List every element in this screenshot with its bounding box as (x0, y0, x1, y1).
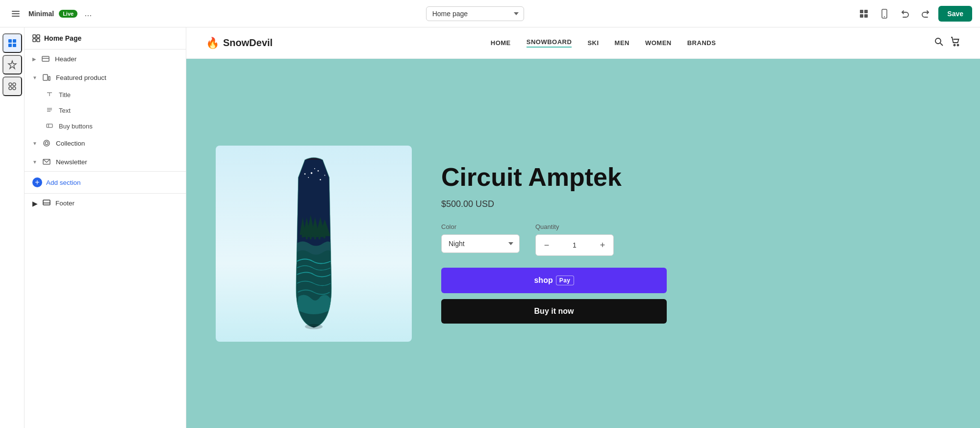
add-section-button[interactable]: + Add section (25, 171, 186, 194)
svg-rect-60 (319, 235, 321, 239)
svg-rect-19 (33, 39, 36, 42)
quantity-value: 1 (557, 241, 592, 249)
topbar-center: Home page About Products (100, 6, 850, 21)
svg-point-42 (311, 172, 313, 174)
svg-rect-56 (302, 234, 304, 237)
svg-point-43 (318, 170, 319, 172)
nav-brands[interactable]: BRANDS (687, 39, 716, 47)
logo-icon: 🔥 (206, 37, 219, 50)
canvas: 🔥 SnowDevil HOME SNOWBOARD SKI MEN WOMEN… (186, 27, 980, 428)
svg-point-44 (308, 177, 309, 178)
text-icon (46, 106, 54, 114)
buy-buttons-icon (46, 122, 54, 130)
quantity-control: − 1 + (535, 234, 614, 256)
undo-button[interactable] (897, 6, 913, 22)
title-icon (46, 91, 54, 99)
search-nav-icon[interactable] (934, 37, 944, 49)
svg-point-40 (957, 45, 959, 46)
title-label: Title (59, 91, 71, 99)
shoppay-text: shop (534, 276, 553, 285)
svg-rect-20 (37, 39, 40, 42)
nav-ski[interactable]: SKI (587, 39, 599, 47)
nav-snowboard[interactable]: SNOWBOARD (527, 38, 572, 48)
collection-icon (42, 139, 51, 148)
sidebar-item-newsletter[interactable]: ▼ Newsletter (25, 152, 186, 171)
save-button[interactable]: Save (938, 6, 972, 22)
add-icon: + (32, 177, 42, 187)
shoppay-button[interactable]: shop Pay (441, 268, 667, 293)
store-nav-links: HOME SNOWBOARD SKI MEN WOMEN BRANDS (273, 38, 934, 48)
svg-rect-24 (49, 76, 50, 80)
quantity-increase-button[interactable]: + (592, 234, 613, 256)
color-select[interactable]: Night Day Sunset (441, 234, 520, 253)
color-option-group: Color Night Day Sunset (441, 223, 520, 256)
header-section-icon (41, 54, 50, 63)
svg-point-13 (9, 83, 12, 86)
svg-point-46 (314, 168, 315, 169)
svg-point-45 (320, 179, 321, 180)
sidebar-subitem-title[interactable]: Title (25, 87, 186, 102)
more-options-button[interactable]: ... (82, 6, 94, 21)
shoppay-badge: Pay (556, 276, 574, 285)
nav-men[interactable]: MEN (615, 39, 629, 47)
left-icon-rail (0, 27, 25, 428)
product-image-container (216, 146, 412, 342)
svg-point-47 (325, 175, 326, 176)
sidebar-item-featured-product[interactable]: ▼ Featured product (25, 68, 186, 87)
main-layout: Home Page ▶ Header ▼ Featured produc (0, 27, 980, 428)
svg-rect-57 (306, 235, 308, 239)
theme-icon-button[interactable] (2, 55, 22, 75)
svg-point-15 (9, 87, 12, 90)
sidebar-subitem-text[interactable]: Text (25, 102, 186, 118)
svg-point-8 (884, 16, 885, 17)
svg-rect-10 (13, 39, 16, 43)
svg-rect-1 (12, 13, 20, 14)
buy-it-now-button[interactable]: Buy it now (441, 299, 667, 324)
redo-button[interactable] (918, 6, 933, 22)
apps-icon-button[interactable] (2, 76, 22, 96)
add-section-label: Add section (46, 179, 81, 186)
mobile-preview-button[interactable] (877, 6, 892, 22)
sections-icon-button[interactable] (2, 33, 22, 53)
home-page-icon (32, 34, 40, 42)
sidebar-item-header[interactable]: ▶ Header (25, 50, 186, 68)
product-info: Circuit Amptek $500.00 USD Color Night D… (441, 163, 951, 324)
page-selector[interactable]: Home page About Products (426, 6, 524, 21)
featured-product-label: Featured product (56, 74, 106, 81)
sidebar-subitem-buy-buttons[interactable]: Buy buttons (25, 118, 186, 134)
sidebar-header: Home Page (25, 27, 186, 50)
back-button[interactable] (8, 6, 24, 22)
topbar-left: Minimal Live ... (8, 6, 94, 22)
store-logo: 🔥 SnowDevil (206, 37, 273, 50)
svg-point-48 (304, 173, 306, 175)
home-page-title: Home Page (44, 34, 81, 42)
svg-line-38 (940, 43, 943, 46)
svg-point-39 (954, 45, 955, 46)
featured-arrow-icon: ▼ (32, 75, 37, 80)
quantity-option-group: Quantity − 1 + (535, 223, 614, 256)
svg-rect-5 (860, 14, 863, 18)
svg-point-14 (13, 83, 16, 86)
newsletter-icon (42, 157, 51, 166)
svg-rect-3 (860, 10, 863, 13)
sidebar-item-collection[interactable]: ▼ Collection (25, 134, 186, 152)
topbar: Minimal Live ... Home page About Product… (0, 0, 980, 27)
nav-women[interactable]: WOMEN (645, 39, 672, 47)
live-badge: Live (59, 10, 77, 18)
sidebar-item-footer[interactable]: ▶ Footer (25, 194, 186, 213)
logo-text: SnowDevil (223, 37, 273, 49)
product-options: Color Night Day Sunset Quantity − 1 + (441, 223, 951, 256)
product-title: Circuit Amptek (441, 163, 951, 191)
arrow-icon: ▶ (32, 56, 36, 62)
svg-rect-21 (42, 56, 49, 61)
svg-rect-12 (13, 44, 16, 47)
svg-rect-0 (12, 11, 20, 12)
quantity-decrease-button[interactable]: − (536, 234, 557, 256)
grid-view-button[interactable] (856, 6, 872, 22)
nav-home[interactable]: HOME (491, 39, 511, 47)
sidebar: Home Page ▶ Header ▼ Featured produc (25, 27, 186, 428)
svg-rect-30 (47, 124, 52, 127)
collection-arrow-icon: ▼ (32, 141, 37, 146)
cart-nav-icon[interactable] (951, 37, 960, 49)
svg-rect-18 (37, 35, 40, 38)
